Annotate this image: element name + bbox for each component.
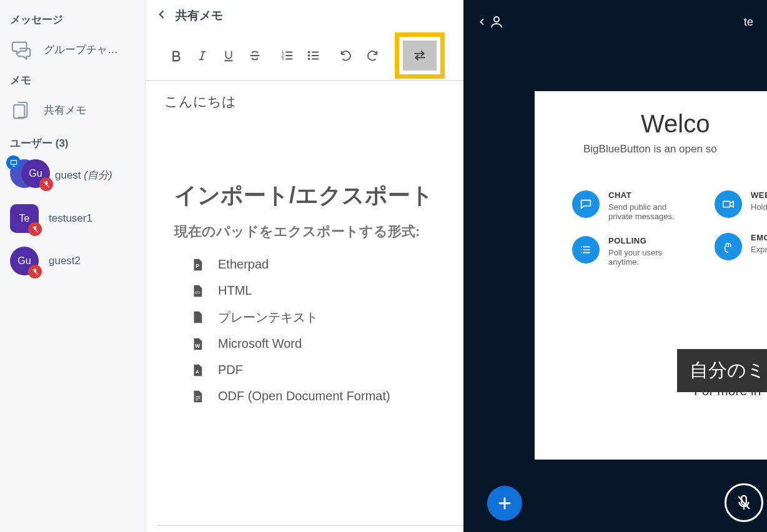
slide-title: Welco [641,110,767,138]
person-icon [489,14,504,29]
editor-toolbar: 123 [146,31,463,81]
divider [157,525,463,526]
users-header: ユーザー (3) [0,127,145,154]
redo-button[interactable] [360,44,384,67]
mute-button[interactable] [725,483,763,522]
user-avatar-initials: Te [19,213,30,224]
mic-muted-icon [28,222,42,236]
svg-text:</>: </> [194,290,200,294]
svg-rect-0 [11,160,16,164]
presentation-slide: Welco BigBlueButton is an open so CHATSe… [535,91,767,460]
svg-point-11 [494,17,499,22]
group-chat-label: グループチャ… [44,42,118,57]
file-html-icon: </> [191,283,204,299]
slide-subtitle: BigBlueButton is an open so [583,143,767,155]
file-odf-icon [191,388,204,405]
notes-icon [10,99,32,121]
svg-point-5 [308,54,310,57]
svg-text:W: W [195,343,200,348]
notes-header: メモ [0,67,145,92]
file-text-icon [191,309,204,325]
actions-button[interactable] [487,486,522,521]
unordered-list-button[interactable] [302,44,325,67]
chat-icon [10,38,32,61]
export-pdf[interactable]: A PDF [174,357,452,383]
editor-text-line: こんにちは [164,94,236,109]
shared-notes-item[interactable]: 共有メモ [0,92,145,127]
underline-button[interactable] [217,44,240,67]
user-name-self: guest (自分) [55,168,112,182]
export-plaintext[interactable]: プレーンテキスト [174,304,452,331]
file-etherpad-icon: P [191,257,204,273]
dialog-title: インポート/エクスポート [174,181,452,210]
messages-header: メッセージ [0,6,145,32]
meeting-title: te [744,16,753,29]
svg-point-4 [308,51,310,54]
user-avatar-initials: Gu [17,255,31,267]
presenter-badge-icon [6,155,21,170]
notes-panel-title: 共有メモ [176,7,223,24]
export-etherpad[interactable]: P Etherpad [174,252,452,278]
import-export-button[interactable] [395,32,445,79]
user-row[interactable]: Gu guest2 [0,242,145,280]
user-name: testuser1 [49,212,92,225]
export-odf[interactable]: ODF (Open Document Format) [174,383,452,410]
undo-button[interactable] [334,44,358,67]
svg-text:A: A [195,368,199,374]
user-avatar-initials: Gu [29,168,42,179]
strikethrough-button[interactable] [243,44,267,67]
webcam-feature-icon [715,190,742,218]
svg-text:P: P [195,263,199,268]
feature-polling: POLLINGPoll your users anytime. [572,236,690,267]
mute-tooltip: 自分のミュート [677,349,767,392]
swap-icon [403,41,437,71]
ordered-list-button[interactable]: 123 [275,44,299,67]
svg-rect-12 [723,201,730,207]
mic-muted-icon [28,265,42,278]
export-word[interactable]: W Microsoft Word [174,331,452,357]
chat-feature-icon [572,190,600,218]
feature-emojis: EMOJISExpress [715,233,767,260]
shared-notes-label: 共有メモ [44,103,86,117]
feature-webcam: WEBCAHold vi [715,190,767,218]
presentation-area: te Welco BigBlueButton is an open so CHA… [463,0,767,532]
left-sidebar: メッセージ グループチャ… メモ 共有メモ ユーザー (3) Gu gue [0,0,145,532]
editor-content[interactable]: こんにちは [146,81,463,122]
user-row-self[interactable]: Gu guest (自分) [0,154,145,195]
emoji-feature-icon [715,233,742,260]
user-row[interactable]: Te testuser1 [0,199,145,238]
shared-notes-panel: 共有メモ 123 こんにちは インポート/エクスポート 現在のパッドをエクスポー… [145,0,463,532]
back-icon[interactable] [156,8,168,24]
user-name: guest2 [49,255,81,267]
import-export-dialog: インポート/エクスポート 現在のパッドをエクスポートする形式: P Etherp… [174,181,452,410]
mic-muted-icon [735,493,753,512]
svg-text:3: 3 [282,56,284,61]
group-chat-item[interactable]: グループチャ… [0,32,145,67]
user-list-toggle[interactable] [477,14,504,29]
export-html[interactable]: </> HTML [174,278,452,304]
feature-chat: CHATSend public and private messages. [572,190,690,221]
svg-point-6 [308,58,310,61]
file-pdf-icon: A [191,362,204,378]
dialog-subtitle: 現在のパッドをエクスポートする形式: [174,222,452,242]
italic-button[interactable] [191,44,214,67]
file-word-icon: W [191,336,204,352]
plus-icon [496,495,513,512]
mic-muted-icon [39,177,53,191]
bold-button[interactable] [164,44,188,67]
polling-feature-icon [572,236,600,264]
